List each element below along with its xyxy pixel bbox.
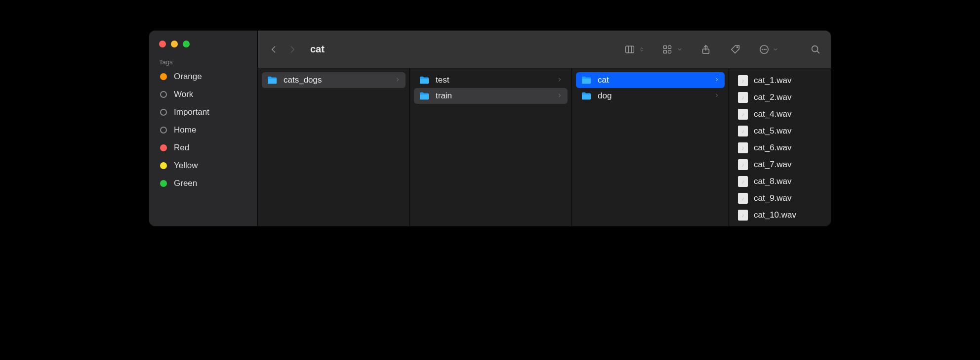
item-name: cat_6.wav: [754, 143, 822, 153]
folder-icon: [581, 91, 592, 100]
tag-dot-icon: [160, 127, 167, 134]
folder-icon: [419, 91, 430, 100]
svg-point-9: [737, 46, 738, 47]
sidebar-section-label: Tags: [149, 58, 257, 68]
zoom-button[interactable]: [183, 41, 190, 47]
folder-icon: [581, 76, 592, 85]
sidebar-tag-label: Orange: [174, 72, 202, 82]
close-button[interactable]: [159, 41, 166, 47]
minimize-button[interactable]: [171, 41, 178, 47]
item-name: cat_5.wav: [754, 126, 822, 136]
chevron-right-icon: [557, 92, 563, 98]
window-controls: [149, 41, 257, 47]
chevron-right-icon: [714, 77, 720, 83]
column: testtrain: [410, 68, 572, 226]
share-button[interactable]: [699, 43, 712, 56]
sidebar-tag[interactable]: Red: [153, 139, 253, 157]
folder-row[interactable]: cat: [576, 72, 725, 88]
main-area: cat: [258, 31, 831, 226]
folder-icon: [581, 91, 592, 100]
disclosure-chevron: [395, 75, 401, 85]
svg-rect-3: [664, 45, 667, 48]
tag-icon: [730, 44, 741, 55]
columns-icon: [623, 45, 636, 54]
nav-forward-button[interactable]: [286, 42, 299, 57]
sidebar-tag[interactable]: Yellow: [153, 157, 253, 175]
item-name: cat_4.wav: [754, 109, 822, 119]
folder-icon: [419, 76, 430, 85]
file-row[interactable]: ♪cat_8.wav: [733, 173, 827, 190]
audio-file-icon: ♪: [738, 75, 748, 86]
tag-dot-icon: [160, 109, 167, 116]
action-menu-button[interactable]: [759, 44, 778, 55]
file-row[interactable]: ♪cat_4.wav: [733, 106, 827, 123]
svg-rect-6: [668, 50, 671, 53]
tags-button[interactable]: [729, 43, 742, 56]
item-name: train: [436, 91, 551, 101]
sidebar-tag[interactable]: Work: [153, 86, 253, 103]
file-row[interactable]: ♪cat_5.wav: [733, 123, 827, 139]
folder-icon: [419, 76, 430, 85]
item-name: cat_2.wav: [754, 92, 822, 102]
tag-dot-icon: [160, 180, 167, 187]
sidebar-tag-label: Green: [174, 179, 197, 188]
audio-file-icon: ♪: [738, 142, 748, 153]
svg-rect-0: [626, 46, 634, 52]
file-row[interactable]: ♪cat_6.wav: [733, 139, 827, 156]
item-name: cat_10.wav: [754, 210, 822, 220]
view-columns-button[interactable]: [623, 45, 644, 54]
tag-dot-icon: [160, 91, 167, 98]
chevron-right-icon: [287, 45, 297, 54]
nav-back-button[interactable]: [267, 42, 281, 57]
svg-point-12: [764, 49, 764, 49]
sidebar-tag[interactable]: Orange: [153, 68, 253, 86]
sidebar-tag[interactable]: Important: [153, 103, 253, 121]
folder-row[interactable]: train: [414, 88, 568, 104]
sidebar-tag-label: Important: [174, 107, 209, 117]
svg-point-11: [762, 49, 763, 49]
item-name: cat_7.wav: [754, 160, 822, 170]
updown-icon: [639, 45, 644, 53]
folder-icon: [419, 91, 430, 100]
folder-row[interactable]: dog: [576, 88, 725, 104]
item-name: cat_9.wav: [754, 193, 822, 203]
chevron-down-icon: [773, 46, 778, 52]
toolbar: cat: [258, 31, 831, 68]
item-name: dog: [598, 91, 708, 101]
chevron-left-icon: [269, 45, 279, 54]
file-row[interactable]: ♪cat_7.wav: [733, 156, 827, 173]
folder-icon: [581, 76, 592, 85]
file-row[interactable]: ♪cat_9.wav: [733, 190, 827, 207]
sidebar-tag-label: Work: [174, 90, 193, 99]
sidebar-tag-label: Home: [174, 125, 196, 135]
disclosure-chevron: [714, 75, 720, 85]
chevron-right-icon: [557, 77, 563, 83]
group-by-button[interactable]: [661, 45, 683, 54]
disclosure-chevron: [714, 91, 720, 101]
disclosure-chevron: [557, 91, 563, 101]
file-row[interactable]: ♪cat_1.wav: [733, 72, 827, 89]
tag-dot-icon: [160, 73, 167, 80]
tag-dot-icon: [160, 144, 167, 151]
audio-file-icon: ♪: [738, 193, 748, 204]
sidebar-tag[interactable]: Home: [153, 121, 253, 139]
ellipsis-circle-icon: [759, 44, 770, 55]
audio-file-icon: ♪: [738, 159, 748, 170]
column: cats_dogs: [258, 68, 410, 226]
folder-row[interactable]: test: [414, 72, 568, 88]
chevron-down-icon: [677, 46, 683, 52]
sidebar-tag[interactable]: Green: [153, 175, 253, 192]
sidebar-tag-label: Yellow: [174, 161, 198, 171]
chevron-right-icon: [714, 92, 720, 98]
finder-window: Tags OrangeWorkImportantHomeRedYellowGre…: [149, 31, 831, 226]
sidebar: Tags OrangeWorkImportantHomeRedYellowGre…: [149, 31, 258, 226]
audio-file-icon: ♪: [738, 126, 748, 136]
file-row[interactable]: ♪cat_10.wav: [733, 207, 827, 224]
search-icon: [810, 44, 821, 55]
disclosure-chevron: [557, 75, 563, 85]
folder-row[interactable]: cats_dogs: [262, 72, 406, 88]
search-button[interactable]: [809, 43, 822, 56]
folder-title: cat: [310, 44, 325, 55]
file-row[interactable]: ♪cat_2.wav: [733, 89, 827, 106]
column: catdog: [572, 68, 729, 226]
